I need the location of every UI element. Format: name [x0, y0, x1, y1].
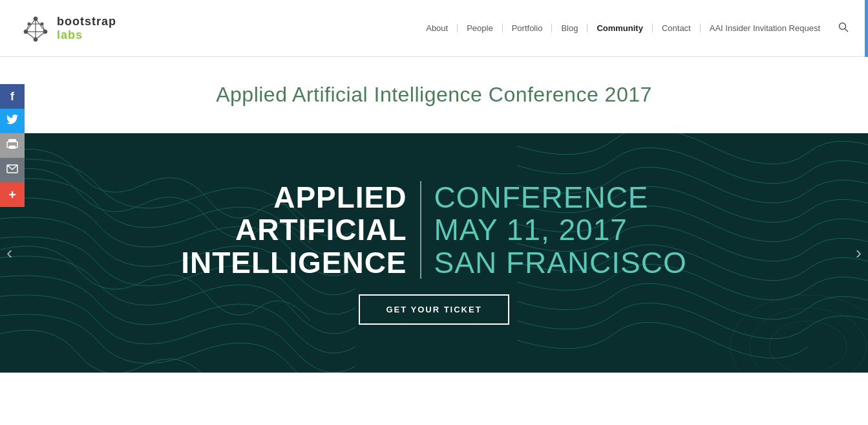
carousel-next-button[interactable]: ›: [856, 243, 862, 263]
svg-line-9: [36, 32, 45, 39]
nav-about[interactable]: About: [417, 24, 458, 32]
svg-point-15: [840, 23, 846, 29]
print-button[interactable]: [0, 133, 25, 158]
twitter-button[interactable]: [0, 109, 25, 133]
page-title: Applied Artificial Intelligence Conferen…: [0, 83, 868, 107]
social-sidebar: f +: [0, 84, 25, 207]
hero-date: MAY 11, 2017: [434, 213, 687, 246]
nav-aai-insider[interactable]: AAI Insider Invitation Request: [701, 24, 829, 32]
svg-line-7: [36, 19, 45, 32]
facebook-icon: f: [10, 90, 14, 104]
nav-blog[interactable]: Blog: [552, 24, 587, 32]
nav-contact[interactable]: Contact: [653, 24, 701, 32]
hero-intelligence: INTELLIGENCE: [181, 246, 407, 279]
print-icon: [6, 138, 18, 153]
logo[interactable]: bootstrap labs: [19, 12, 116, 45]
hero-content: APPLIED ARTIFICIAL INTELLIGENCE CONFEREN…: [181, 181, 687, 325]
accent-bar: [865, 0, 868, 57]
svg-rect-19: [9, 146, 16, 149]
twitter-icon: [6, 114, 18, 127]
plus-icon: +: [8, 188, 16, 202]
hero-right-text: CONFERENCE MAY 11, 2017 SAN FRANCISCO: [421, 181, 687, 279]
logo-bootstrap-text: bootstrap: [57, 15, 116, 28]
nav-people[interactable]: People: [458, 24, 502, 32]
svg-line-8: [26, 32, 36, 39]
email-button[interactable]: [0, 158, 25, 182]
logo-labs-text: labs: [57, 28, 116, 42]
logo-icon: [19, 12, 52, 45]
hero-applied: APPLIED: [181, 181, 407, 214]
hero-conference: CONFERENCE: [434, 181, 687, 214]
facebook-button[interactable]: f: [0, 84, 25, 109]
get-ticket-button[interactable]: GET YOUR TICKET: [359, 294, 509, 325]
svg-line-16: [845, 28, 849, 32]
svg-rect-20: [14, 143, 16, 144]
main-nav: About People Portfolio Blog Community Co…: [417, 22, 849, 35]
hero-left-text: APPLIED ARTIFICIAL INTELLIGENCE: [181, 181, 421, 279]
page-title-area: Applied Artificial Intelligence Conferen…: [0, 57, 868, 133]
email-icon: [6, 164, 18, 176]
hero-text-block: APPLIED ARTIFICIAL INTELLIGENCE CONFEREN…: [181, 181, 687, 279]
carousel-prev-button[interactable]: ‹: [6, 243, 12, 263]
more-share-button[interactable]: +: [0, 182, 25, 207]
search-icon[interactable]: [838, 22, 849, 35]
svg-line-6: [26, 19, 36, 32]
nav-community[interactable]: Community: [587, 24, 653, 32]
header: bootstrap labs About People Portfolio Bl…: [0, 0, 868, 57]
hero-cta-area: GET YOUR TICKET: [359, 294, 509, 325]
hero-banner: ‹ APPLIED ARTIFICIAL INTELLIGENCE CONFER…: [0, 133, 868, 373]
hero-artificial: ARTIFICIAL: [181, 213, 407, 246]
hero-location: SAN FRANCISCO: [434, 246, 687, 279]
nav-portfolio[interactable]: Portfolio: [503, 24, 553, 32]
